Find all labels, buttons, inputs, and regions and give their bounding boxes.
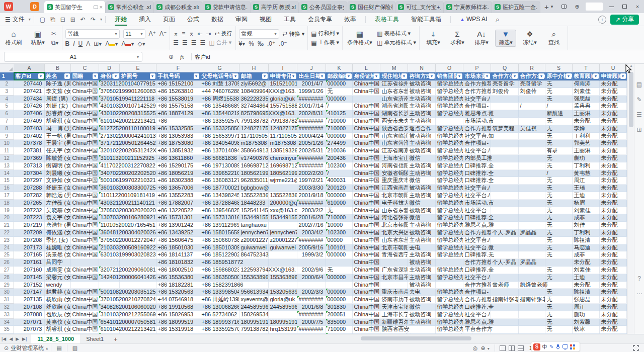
cell-O18[interactable]: 留学总经办 xyxy=(435,199,463,207)
cell-P24[interactable]: 社交平台.微 xyxy=(463,244,491,251)
cell-A13[interactable]: 207313 xyxy=(14,162,44,169)
cell-C8[interactable]: China中国 xyxy=(70,125,99,132)
cell-P36[interactable]: 社交平台./ xyxy=(463,333,491,334)
header-cell-E1[interactable]: 护照号▼ xyxy=(119,72,156,80)
cell-R24[interactable] xyxy=(518,244,545,251)
cell-P22[interactable]: 合作方推荐 xyxy=(463,229,491,236)
cell-K5[interactable]: / xyxy=(326,103,352,110)
cell-G3[interactable]: +44 7460762888 xyxy=(200,87,239,95)
cell-M15[interactable]: 重庆重庆市 xyxy=(380,177,408,185)
cell-B27[interactable]: 成雨雯 (女 xyxy=(44,266,70,274)
cell-Q14[interactable] xyxy=(491,169,518,177)
row-number[interactable]: 34 xyxy=(0,318,14,326)
cell-T28[interactable]: 王迪 xyxy=(572,274,599,281)
align-left-icon[interactable]: ☰ xyxy=(173,39,179,46)
cell-A21[interactable]: 207219 xyxy=(14,222,44,229)
cell-T25[interactable]: 成菲 xyxy=(572,251,599,259)
cell-C18[interactable]: China中国 xyxy=(70,199,99,207)
cell-F34[interactable]: +86 18099519 xyxy=(156,318,200,326)
cell-L16[interactable]: China中国 xyxy=(352,185,380,192)
cell-C3[interactable]: China中国 xyxy=(70,87,99,95)
menu-tab-效率[interactable]: 效率 xyxy=(338,13,362,26)
last-sheet-icon[interactable]: ▶| xyxy=(22,336,27,341)
search-icon[interactable]: ⌕ xyxy=(496,16,499,24)
cell-I4[interactable]: gloria@uk xyxy=(268,95,297,103)
cell-A18[interactable]: 207265 xyxy=(14,199,44,207)
cell-A4[interactable]: 207434 xyxy=(14,95,44,103)
cell-R9[interactable] xyxy=(518,132,545,140)
cell-B16[interactable]: 舒妍玉 (女 xyxy=(44,185,70,192)
cell-T33[interactable]: 蒯玏 xyxy=(572,311,599,318)
cell-J14[interactable]: 2002/2/20 xyxy=(297,169,326,177)
cell-B11[interactable]: 任天宇 (女 xyxy=(44,147,70,155)
cell-R33[interactable] xyxy=(518,311,545,318)
cell-Q24[interactable] xyxy=(491,244,518,251)
cell-S11[interactable]: 有录 xyxy=(545,147,572,155)
cell-R2[interactable]: 亮哥留学 xyxy=(518,80,545,88)
cell-N32[interactable]: 微信 xyxy=(408,303,435,311)
cell-U29[interactable]: 未分配 xyxy=(599,281,626,289)
font-color-button[interactable]: A▾ xyxy=(121,40,134,47)
cell-Q18[interactable] xyxy=(491,199,518,207)
document-tab[interactable]: S贷款申请信息.xlsx xyxy=(202,1,251,13)
cell-K25[interactable]: 000000 xyxy=(326,251,352,259)
column-header-T[interactable]: T xyxy=(572,64,599,72)
cell-N34[interactable]: 主动咨询 xyxy=(408,318,435,326)
cell-Q35[interactable] xyxy=(491,326,518,333)
cell-B25[interactable]: 汤景然 (女 xyxy=(44,251,70,259)
cell-Q8[interactable]: 筑梦美程 xyxy=(491,125,518,132)
cell-P23[interactable]: 社交平台./ xyxy=(463,236,491,244)
cell-I22[interactable]: jennychen7 xyxy=(268,229,297,236)
cell-H21[interactable]: tanghaoxu xyxy=(239,222,268,229)
cell-P31[interactable]: 合作方推荐 xyxy=(463,296,491,304)
align-right-icon[interactable]: ☰ xyxy=(191,39,197,46)
horizontal-scroll-thumb[interactable] xyxy=(361,336,471,340)
cell-F5[interactable]: +86 15575158 xyxy=(156,103,200,110)
sum-button[interactable]: Σ求和▾ xyxy=(447,30,468,46)
cell-D27[interactable]: 320721200209060081 xyxy=(99,266,119,274)
cell-B22[interactable]: 何依涵 (女 xyxy=(44,229,70,236)
globe-icon[interactable]: ⊕ xyxy=(571,0,584,13)
column-header-C[interactable]: C xyxy=(70,64,99,72)
upgrade-icon[interactable]: ↑ xyxy=(598,16,606,24)
menu-tab-会员专享[interactable]: 会员专享 xyxy=(302,13,338,26)
cell-Q33[interactable] xyxy=(491,311,518,318)
cell-C34[interactable]: China中国 xyxy=(70,318,99,326)
cell-I33[interactable] xyxy=(268,311,297,318)
cell-L24[interactable]: China中国 xyxy=(352,244,380,251)
decrease-indent-icon[interactable]: ⇤ xyxy=(197,30,202,37)
clear-format-button[interactable]: ◇▾ xyxy=(137,40,145,47)
cell-D21[interactable]: 110105200207165451 xyxy=(99,222,119,229)
conditional-format-button[interactable]: ▦条件格式▾ xyxy=(346,30,374,46)
cell-D28[interactable]: 142401200006041426 xyxy=(99,274,119,281)
cell-O8[interactable]: 留学总经办 xyxy=(435,125,463,132)
column-header-D[interactable]: D xyxy=(99,64,119,72)
cell-G30[interactable]: +86 1339985047 xyxy=(200,289,239,296)
cell-S27[interactable]: 无 xyxy=(545,266,572,274)
cell-U7[interactable]: 未分配 xyxy=(599,117,626,125)
underline-button[interactable]: U xyxy=(78,40,83,47)
cell-Q12[interactable] xyxy=(491,154,518,162)
cell-M24[interactable]: 北京市朝阳 xyxy=(380,244,408,251)
increase-decimal-icon[interactable]: .0⁺ xyxy=(267,40,275,47)
cell-I5[interactable]: 155751588 xyxy=(268,103,297,110)
cell-Q23[interactable] xyxy=(491,236,518,244)
cell-P16[interactable]: 社交平台./ xyxy=(463,185,491,192)
cell-K15[interactable]: 400031 xyxy=(326,177,352,185)
cell-J31[interactable]: ######## xyxy=(297,296,326,304)
cell-F35[interactable]: +86 15319918 xyxy=(156,326,200,333)
cell-O14[interactable]: 留学总经办 xyxy=(435,169,463,177)
cell-Q34[interactable] xyxy=(491,318,518,326)
column-header-U[interactable]: U xyxy=(599,64,626,72)
cell-S3[interactable]: 无 xyxy=(545,87,572,95)
cell-M9[interactable]: 山东省临沂 xyxy=(380,132,408,140)
cell-B9[interactable]: 王一帆 (男 xyxy=(44,132,70,140)
cell-A30[interactable]: 207147 xyxy=(14,289,44,296)
cell-Q13[interactable] xyxy=(491,162,518,169)
cell-G20[interactable]: +86 1573130169 xyxy=(200,214,239,222)
cell-S14[interactable]: / xyxy=(545,169,572,177)
cell-C4[interactable]: China中国 xyxy=(70,95,99,103)
cell-G9[interactable]: +86 1565399710 xyxy=(200,132,239,140)
cell-I23[interactable]: z20001227 xyxy=(268,236,297,244)
cell-I29[interactable] xyxy=(268,281,297,289)
